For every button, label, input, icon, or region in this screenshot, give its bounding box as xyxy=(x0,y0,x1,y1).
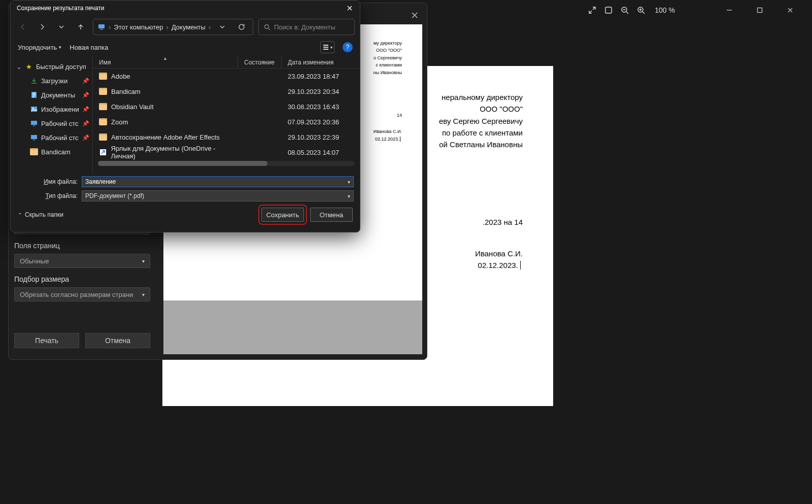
tree-label: Изображени xyxy=(41,106,79,113)
folder-tree: ⌄ ★ Быстрый доступ Загрузки 📌 Документы … xyxy=(11,56,93,174)
chevron-down-icon: ▾ xyxy=(142,292,145,297)
tree-item-pictures[interactable]: Изображени 📌 xyxy=(11,102,92,116)
print-cancel-button[interactable]: Отмена xyxy=(85,333,150,348)
help-button[interactable]: ? xyxy=(343,42,353,52)
nav-recent-button[interactable] xyxy=(54,20,69,34)
cancel-button[interactable]: Отмена xyxy=(310,208,353,222)
chevron-down-icon: ▾ xyxy=(348,193,350,199)
breadcrumb-item-docs[interactable]: Документы xyxy=(172,23,206,31)
organize-button[interactable]: Упорядочить ▾ xyxy=(18,44,61,51)
window-maximize-button[interactable] xyxy=(748,2,771,18)
dialog-toolbar: Упорядочить ▾ Новая папка ▾ ? xyxy=(11,38,360,56)
column-date-label: Дата изменения xyxy=(288,59,333,66)
breadcrumb-dropdown-button[interactable] xyxy=(215,20,229,34)
search-placeholder: Поиск в: Документы xyxy=(274,23,335,31)
column-header-state[interactable]: Состояние xyxy=(238,56,282,68)
file-row[interactable]: Bandicam29.10.2023 20:34 xyxy=(93,84,360,99)
scale-select[interactable]: Обрезать согласно размерам страни ▾ xyxy=(14,287,150,301)
horizontal-scrollbar[interactable] xyxy=(98,161,355,166)
filename-input[interactable]: Заявление ▾ xyxy=(82,176,354,187)
file-list: ▲Имя Состояние Дата изменения Adobe23.09… xyxy=(93,56,360,174)
new-folder-label: Новая папка xyxy=(70,44,108,51)
window-close-button[interactable] xyxy=(779,2,802,18)
scale-label: Подбор размера xyxy=(14,275,161,283)
file-name: Adobe xyxy=(111,73,130,80)
dialog-close-button[interactable] xyxy=(343,1,357,15)
save-button[interactable]: Сохранить xyxy=(261,208,304,222)
file-name: Автосохранение Adobe After Effects xyxy=(111,133,220,141)
file-date: 23.09.2023 18:47 xyxy=(282,73,360,80)
tree-label: Bandicam xyxy=(41,148,71,156)
file-list-header: ▲Имя Состояние Дата изменения xyxy=(93,56,360,69)
dialog-fields: Имя файла: Заявление ▾ Тип файла: PDF-до… xyxy=(11,174,360,201)
chevron-right-icon: › xyxy=(166,23,168,31)
file-row[interactable]: Adobe23.09.2023 18:47 xyxy=(93,69,360,84)
fit-icon[interactable] xyxy=(604,6,613,15)
print-button[interactable]: Печать xyxy=(14,333,79,348)
margins-label: Поля страниц xyxy=(14,242,161,250)
breadcrumb-item-pc[interactable]: Этот компьютер xyxy=(114,23,163,31)
dialog-footer: ⌃ Скрыть папки Сохранить Отмена xyxy=(11,201,360,232)
refresh-button[interactable] xyxy=(234,20,249,34)
search-input[interactable]: Поиск в: Документы xyxy=(258,19,355,35)
pin-icon: 📌 xyxy=(82,106,89,113)
pc-icon xyxy=(97,23,106,31)
hide-folders-toggle[interactable]: ⌃ Скрыть папки xyxy=(18,211,63,218)
nav-back-button[interactable] xyxy=(16,20,30,34)
file-row[interactable]: Автосохранение Adobe After Effects29.10.… xyxy=(93,129,360,145)
tree-label: Быстрый доступ xyxy=(36,63,86,71)
tree-item-desktop-2[interactable]: Рабочий стс 📌 xyxy=(11,130,92,145)
pin-icon: 📌 xyxy=(82,135,89,141)
column-header-date[interactable]: Дата изменения xyxy=(282,56,360,68)
sort-asc-icon: ▲ xyxy=(163,56,167,61)
hide-folders-label: Скрыть папки xyxy=(25,211,63,218)
breadcrumb[interactable]: › Этот компьютер › Документы › xyxy=(93,19,253,35)
file-row[interactable]: Obsidian Vault30.08.2023 16:43 xyxy=(93,99,360,114)
breadcrumb-docs-label: Документы xyxy=(172,23,206,31)
print-cancel-label: Отмена xyxy=(105,337,130,345)
print-options-sidebar: На всю страницу ▾ Поля страниц Обычные ▾… xyxy=(9,223,161,348)
window-minimize-button[interactable] xyxy=(718,2,741,18)
filetype-select[interactable]: PDF-документ (*.pdf) ▾ xyxy=(82,190,354,201)
panel-close-button[interactable] xyxy=(408,8,422,22)
chevron-down-icon: ▾ xyxy=(330,45,332,50)
nav-forward-button[interactable] xyxy=(35,20,49,34)
svg-rect-13 xyxy=(33,140,35,141)
nav-up-button[interactable] xyxy=(74,20,88,34)
margins-value: Обычные xyxy=(20,257,49,265)
tree-item-downloads[interactable]: Загрузки 📌 xyxy=(11,74,92,88)
tree-item-quick-access[interactable]: ⌄ ★ Быстрый доступ xyxy=(11,59,92,74)
margins-select[interactable]: Обычные ▾ xyxy=(14,254,150,268)
chevron-down-icon: ⌄ xyxy=(16,63,22,71)
zoom-out-icon[interactable] xyxy=(620,6,629,15)
tree-label: Рабочий стс xyxy=(41,134,79,142)
print-button-label: Печать xyxy=(35,337,58,345)
svg-rect-10 xyxy=(31,121,37,125)
svg-rect-4 xyxy=(98,24,105,28)
filename-label: Имя файла: xyxy=(17,178,78,185)
svg-rect-5 xyxy=(100,29,103,30)
save-file-dialog: Сохранение результата печати › Этот комп… xyxy=(10,0,360,232)
zoom-in-icon[interactable] xyxy=(636,6,646,15)
file-name: Ярлык для Документы (OneDrive - Личная) xyxy=(111,145,238,160)
file-row[interactable]: Ярлык для Документы (OneDrive - Личная)0… xyxy=(93,145,360,160)
folder-icon xyxy=(99,88,107,95)
document-icon xyxy=(30,91,38,99)
tree-item-documents[interactable]: Документы 📌 xyxy=(11,88,92,102)
scrollbar-thumb[interactable] xyxy=(98,161,267,166)
dialog-title: Сохранение результата печати xyxy=(17,5,104,12)
doc-signature-date: 02.12.2023. xyxy=(478,261,518,270)
file-date: 30.08.2023 16:43 xyxy=(282,103,360,111)
expand-icon[interactable] xyxy=(588,6,597,15)
new-folder-button[interactable]: Новая папка xyxy=(70,44,108,51)
organize-label: Упорядочить xyxy=(18,44,57,51)
tree-item-desktop[interactable]: Рабочий стс 📌 xyxy=(11,116,92,130)
tree-item-bandicam[interactable]: Bandicam xyxy=(11,145,92,159)
view-mode-button[interactable]: ▾ xyxy=(320,41,334,53)
tree-label: Документы xyxy=(41,91,75,99)
chevron-up-icon: ⌃ xyxy=(18,212,22,218)
dialog-titlebar: Сохранение результата печати xyxy=(11,1,360,16)
column-header-name[interactable]: ▲Имя xyxy=(93,56,238,68)
file-row[interactable]: Zoom07.09.2023 20:36 xyxy=(93,114,360,129)
pin-icon: 📌 xyxy=(82,78,89,84)
